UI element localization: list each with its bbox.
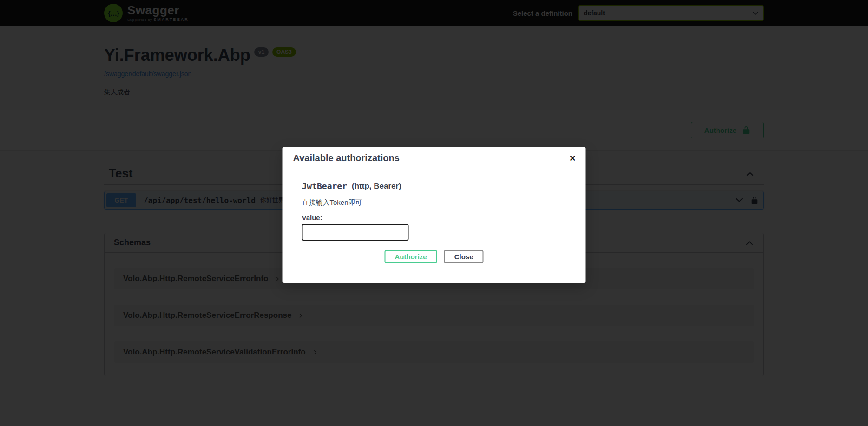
- modal-title: Available authorizations: [293, 153, 400, 164]
- close-icon[interactable]: ×: [570, 153, 576, 164]
- modal-close-button[interactable]: Close: [444, 250, 484, 263]
- scheme-description: 直接输入Token即可: [302, 198, 566, 207]
- token-input[interactable]: [302, 224, 409, 241]
- value-label: Value:: [302, 214, 566, 222]
- scheme-type: (http, Bearer): [352, 182, 401, 191]
- authorizations-modal: Available authorizations × JwtBearer (ht…: [283, 147, 586, 283]
- scheme-name: JwtBearer: [302, 181, 348, 191]
- modal-authorize-button[interactable]: Authorize: [384, 250, 437, 263]
